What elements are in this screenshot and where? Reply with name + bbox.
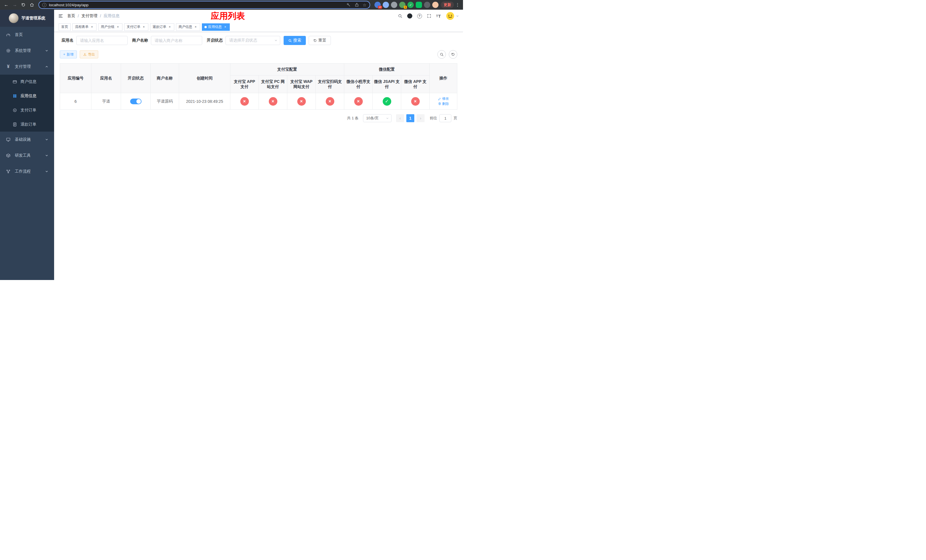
breadcrumb-home[interactable]: 首页 <box>67 14 75 18</box>
refresh-table-button[interactable] <box>449 50 457 59</box>
sidebar: 芋道管理系统 首页 系统管理 ¥ 支付管理 <box>0 10 54 280</box>
close-icon[interactable]: × <box>116 25 120 29</box>
breadcrumb-pay[interactable]: 支付管理 <box>82 14 97 18</box>
puzzle-extension-icon[interactable] <box>424 2 430 8</box>
export-button[interactable]: 导出 <box>80 50 98 58</box>
table-toolbar: + 新增 导出 <box>60 50 457 59</box>
column-header: 支付宝 WAP 网站支付 <box>287 76 316 93</box>
app-table: 应用编号 应用名 开启状态 商户名称 创建时间 支付宝配置 微信配置 操作 支付… <box>60 63 457 110</box>
share-icon[interactable] <box>354 3 359 7</box>
font-size-icon[interactable]: TT <box>436 14 441 18</box>
delete-link[interactable]: 删除 <box>438 101 449 106</box>
bookmark-star-icon[interactable]: ☆ <box>363 3 366 7</box>
add-button[interactable]: + 新增 <box>60 50 77 58</box>
sidebar-item-pay[interactable]: ¥ 支付管理 <box>0 59 54 75</box>
address-bar[interactable]: i localhost:1024/pay/app ☆ <box>39 1 370 9</box>
column-header: 微信小程序支付 <box>344 76 373 93</box>
column-header: 应用名 <box>91 64 121 93</box>
table-row: 6 芋道 芋道源码 2021-10-23 08:49:25 × × × × × … <box>60 93 457 110</box>
site-info-icon[interactable]: i <box>42 3 47 7</box>
close-icon[interactable]: × <box>168 25 172 29</box>
next-page-button[interactable]: › <box>416 114 425 122</box>
grid-icon <box>12 94 17 98</box>
sidebar-item-merchant-info[interactable]: 商户信息 <box>0 75 54 89</box>
sidebar-item-label: 研发工具 <box>15 153 31 158</box>
wechat-extension-icon[interactable] <box>416 2 422 8</box>
extension-icon[interactable]: 1 <box>399 2 406 8</box>
sidebar-item-workflow[interactable]: 工作流程 <box>0 163 54 179</box>
prev-page-button[interactable]: ‹ <box>396 114 404 122</box>
user-avatar[interactable] <box>446 12 459 20</box>
status-toggle[interactable] <box>130 98 142 104</box>
sidebar-item-system[interactable]: 系统管理 <box>0 43 54 59</box>
monitor-icon <box>6 137 11 142</box>
goto-page-input[interactable] <box>439 114 451 122</box>
sidebar-item-refund-order[interactable]: 退款订单 <box>0 117 54 132</box>
github-icon[interactable] <box>407 14 412 18</box>
app-name-input[interactable] <box>76 36 127 45</box>
sidebar-item-app-info[interactable]: 应用信息 <box>0 89 54 103</box>
tab-pay-order[interactable]: 支付订单× <box>124 23 148 31</box>
close-icon[interactable]: × <box>194 25 198 29</box>
extension-icon[interactable]: 10 <box>374 2 381 8</box>
column-header: 支付宝扫码支付 <box>316 76 344 93</box>
profile-avatar-icon[interactable] <box>432 2 439 8</box>
sidebar-item-infrastructure[interactable]: 基础设施 <box>0 132 54 148</box>
tab-process-form[interactable]: 流程表单× <box>72 23 97 31</box>
browser-reload-icon[interactable] <box>20 1 27 9</box>
breadcrumb: 首页 / 支付管理 / 应用信息 <box>67 14 120 18</box>
chevron-down-icon <box>45 154 48 157</box>
sidebar-item-pay-order[interactable]: 支付订单 <box>0 103 54 117</box>
status-select[interactable]: 请选择开启状态 <box>225 36 280 45</box>
alipay-app-status-icon: × <box>240 97 249 106</box>
caret-down-icon <box>456 15 459 18</box>
extension-icon[interactable]: ✓ <box>407 2 414 8</box>
sidebar-item-home[interactable]: 首页 <box>0 27 54 43</box>
wechat-app-status-icon: × <box>411 97 420 106</box>
app-logo[interactable]: 芋道管理系统 <box>0 10 54 27</box>
tab-merchant-info[interactable]: 商户信息× <box>176 23 200 31</box>
password-key-icon[interactable] <box>346 3 351 7</box>
logo-avatar <box>9 14 18 23</box>
browser-home-icon[interactable] <box>28 1 36 9</box>
search-icon[interactable] <box>398 14 402 18</box>
chevron-down-icon <box>45 138 48 141</box>
tab-app-info[interactable]: 应用信息× <box>202 23 230 31</box>
sidebar-item-label: 首页 <box>15 32 23 37</box>
cell-created-time: 2021-10-23 08:49:25 <box>179 93 230 110</box>
browser-update-button[interactable]: 更新 <box>441 2 454 8</box>
box-icon <box>6 153 11 158</box>
close-icon[interactable]: × <box>223 25 227 29</box>
browser-forward-icon[interactable]: → <box>11 1 19 9</box>
tab-home[interactable]: 首页 <box>59 23 71 31</box>
tab-user-group[interactable]: 用户分组× <box>98 23 123 31</box>
pay-submenu: 商户信息 应用信息 支付订单 <box>0 75 54 132</box>
page-size-select[interactable]: 10条/页 <box>363 114 392 122</box>
toggle-search-button[interactable] <box>437 50 446 59</box>
edit-link[interactable]: 修改 <box>438 96 449 101</box>
search-button[interactable]: 搜索 <box>284 36 306 45</box>
column-header: 微信 APP 支付 <box>401 76 430 93</box>
cell-app-name: 芋道 <box>91 93 121 110</box>
close-icon[interactable]: × <box>90 25 94 29</box>
extension-icon[interactable] <box>391 2 397 8</box>
close-icon[interactable]: × <box>142 25 146 29</box>
sidebar-item-dev-tools[interactable]: 研发工具 <box>0 148 54 163</box>
page-1-button[interactable]: 1 <box>406 114 414 122</box>
merchant-name-input[interactable] <box>151 36 202 45</box>
sidebar-item-label: 商户信息 <box>21 79 36 84</box>
column-header: 创建时间 <box>179 64 230 93</box>
column-header: 支付宝 APP 支付 <box>230 76 259 93</box>
hamburger-icon[interactable] <box>58 14 63 18</box>
sidebar-item-label: 系统管理 <box>15 48 31 53</box>
sidebar-item-label: 退款订单 <box>21 122 36 127</box>
column-header: 支付宝 PC 网站支付 <box>259 76 287 93</box>
tab-refund-order[interactable]: 退款订单× <box>150 23 174 31</box>
page-unit-label: 页 <box>454 116 457 121</box>
extension-icon[interactable] <box>383 2 389 8</box>
browser-menu-icon[interactable]: ⋮ <box>454 2 461 8</box>
fullscreen-icon[interactable] <box>427 14 431 18</box>
reset-button[interactable]: 重置 <box>309 36 331 45</box>
help-icon[interactable]: ? <box>417 14 422 18</box>
browser-back-icon[interactable]: ← <box>2 1 10 9</box>
